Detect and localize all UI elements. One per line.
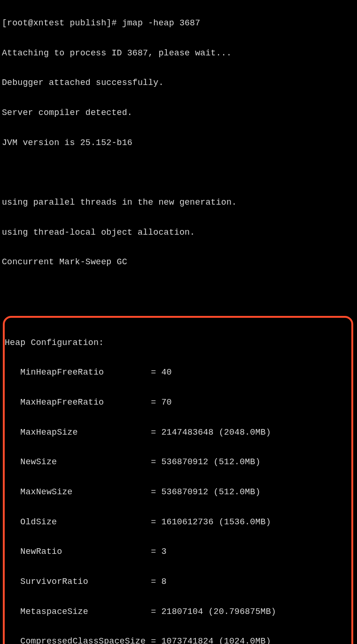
heap-config-highlight: Heap Configuration: MinHeapFreeRatio = 4… <box>3 316 353 644</box>
server-compiler-line: Server compiler detected. <box>2 106 355 121</box>
heap-config-row: MetaspaceSize = 21807104 (20.796875MB) <box>5 605 351 620</box>
jvm-version-line: JVM version is 25.152-b16 <box>2 136 355 151</box>
blank-line <box>2 165 355 180</box>
heap-config-row: CompressedClassSpaceSize = 1073741824 (1… <box>5 634 351 644</box>
heap-config-row: MaxHeapFreeRatio = 70 <box>5 395 351 410</box>
terminal-output: [root@xntest publish]# jmap -heap 3687 A… <box>0 0 357 644</box>
prompt-line: [root@xntest publish]# jmap -heap 3687 <box>2 16 355 31</box>
tlab-line: using thread-local object allocation. <box>2 225 355 240</box>
heap-config-row: SurvivorRatio = 8 <box>5 575 351 590</box>
debugger-line: Debugger attached successfully. <box>2 76 355 91</box>
heap-config-row: MaxHeapSize = 2147483648 (2048.0MB) <box>5 425 351 440</box>
heap-config-row: MinHeapFreeRatio = 40 <box>5 365 351 380</box>
heap-config-title: Heap Configuration: <box>5 336 351 351</box>
heap-config-row: NewRatio = 3 <box>5 544 351 560</box>
heap-config-row: MaxNewSize = 536870912 (512.0MB) <box>5 485 351 500</box>
parallel-threads-line: using parallel threads in the new genera… <box>2 195 355 210</box>
blank-line-2 <box>2 285 355 300</box>
heap-config-row: OldSize = 1610612736 (1536.0MB) <box>5 515 351 530</box>
attach-line: Attaching to process ID 3687, please wai… <box>2 46 355 61</box>
heap-config-row: NewSize = 536870912 (512.0MB) <box>5 455 351 470</box>
gc-line: Concurrent Mark-Sweep GC <box>2 255 355 270</box>
